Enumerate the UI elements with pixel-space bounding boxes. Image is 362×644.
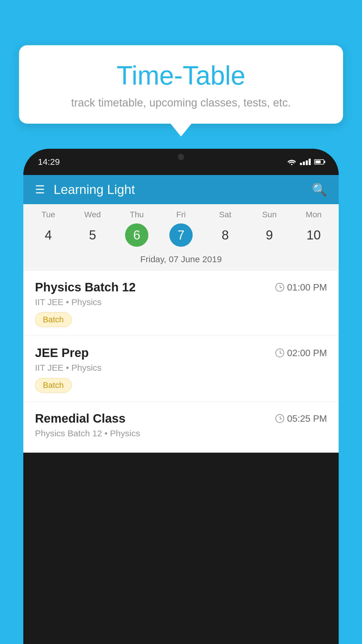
day-name: Sat	[219, 210, 231, 219]
schedule-item-subtitle: IIT JEE • Physics	[35, 297, 327, 307]
calendar-day-4[interactable]: Tue4	[29, 210, 67, 247]
schedule-item-subtitle: Physics Batch 12 • Physics	[35, 428, 327, 438]
day-name: Thu	[130, 210, 144, 219]
day-number[interactable]: 4	[37, 223, 60, 247]
day-number[interactable]: 9	[258, 223, 281, 247]
schedule-item-header: Remedial Class05:25 PM	[35, 412, 327, 426]
calendar-day-7[interactable]: Fri7	[162, 210, 200, 247]
wifi-icon	[287, 159, 296, 165]
day-number[interactable]: 5	[81, 223, 104, 247]
schedule-item-title: Physics Batch 12	[35, 280, 136, 294]
app-title: Learning Light	[54, 182, 312, 197]
calendar-day-10[interactable]: Mon10	[295, 210, 333, 247]
clock-icon	[275, 349, 284, 357]
camera-dot	[178, 154, 184, 160]
menu-icon[interactable]: ☰	[35, 183, 45, 196]
status-time: 14:29	[38, 157, 60, 167]
days-row: Tue4Wed5Thu6Fri7Sat8Sun9Mon10	[23, 210, 339, 247]
svg-point-0	[291, 164, 293, 165]
calendar-day-8[interactable]: Sat8	[206, 210, 244, 247]
clock-icon	[275, 283, 284, 292]
day-number[interactable]: 10	[302, 223, 325, 247]
tooltip-title: Time-Table	[36, 61, 326, 90]
day-number[interactable]: 6	[125, 223, 148, 247]
schedule-item-title: Remedial Class	[35, 412, 126, 426]
day-name: Mon	[306, 210, 321, 219]
day-name: Tue	[41, 210, 55, 219]
schedule-item-title: JEE Prep	[35, 346, 89, 360]
schedule-item-subtitle: IIT JEE • Physics	[35, 363, 327, 373]
search-icon[interactable]: 🔍	[312, 183, 327, 197]
batch-badge: Batch	[35, 312, 72, 327]
day-name: Wed	[84, 210, 101, 219]
clock-icon	[275, 414, 284, 423]
schedule-item-time: 01:00 PM	[275, 282, 327, 293]
status-bar: 14:29	[23, 149, 339, 175]
calendar-day-9[interactable]: Sun9	[250, 210, 288, 247]
schedule-list: Physics Batch 1201:00 PMIIT JEE • Physic…	[23, 270, 339, 453]
schedule-item-header: JEE Prep02:00 PM	[35, 346, 327, 360]
phone-notch	[161, 149, 201, 165]
schedule-item-0[interactable]: Physics Batch 1201:00 PMIIT JEE • Physic…	[23, 270, 339, 336]
tooltip-subtitle: track timetable, upcoming classes, tests…	[36, 97, 326, 109]
day-number[interactable]: 8	[214, 223, 237, 247]
tooltip-card: Time-Table track timetable, upcoming cla…	[19, 45, 343, 124]
calendar-date-label: Friday, 07 June 2019	[23, 250, 339, 270]
battery-icon	[314, 159, 324, 164]
calendar-day-5[interactable]: Wed5	[74, 210, 112, 247]
day-number[interactable]: 7	[169, 223, 193, 247]
day-name: Sun	[262, 210, 277, 219]
schedule-item-time: 05:25 PM	[275, 413, 327, 424]
calendar-strip: Tue4Wed5Thu6Fri7Sat8Sun9Mon10 Friday, 07…	[23, 204, 339, 270]
calendar-day-6[interactable]: Thu6	[118, 210, 156, 247]
batch-badge: Batch	[35, 378, 72, 393]
schedule-item-time: 02:00 PM	[275, 348, 327, 358]
phone-frame: 14:29 ☰ Learning Lig	[23, 149, 339, 644]
schedule-item-header: Physics Batch 1201:00 PM	[35, 280, 327, 294]
schedule-item-2[interactable]: Remedial Class05:25 PMPhysics Batch 12 •…	[23, 402, 339, 453]
schedule-item-1[interactable]: JEE Prep02:00 PMIIT JEE • PhysicsBatch	[23, 336, 339, 402]
app-header: ☰ Learning Light 🔍	[23, 175, 339, 204]
status-icons	[287, 159, 324, 165]
day-name: Fri	[176, 210, 186, 219]
signal-icon	[300, 159, 311, 165]
